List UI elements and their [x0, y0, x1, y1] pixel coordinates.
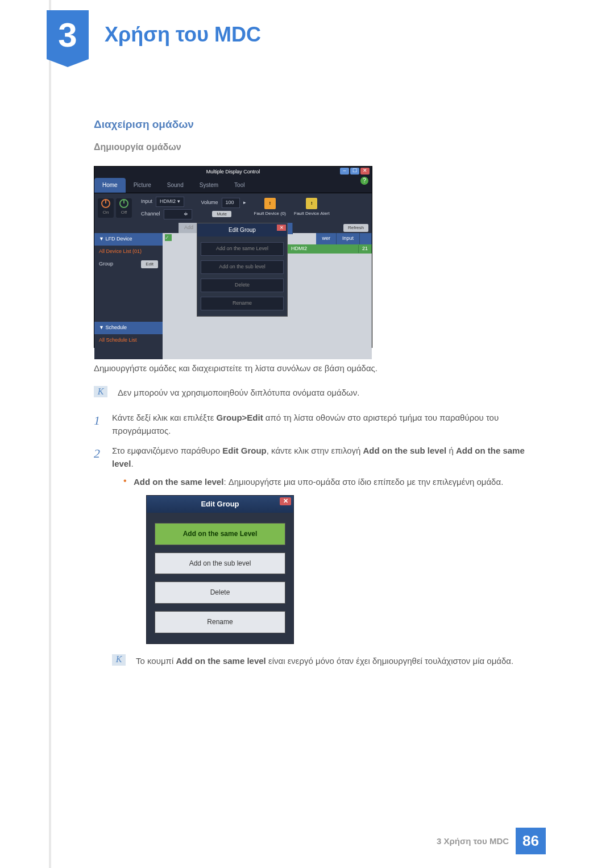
- minimize-button[interactable]: –: [340, 168, 349, 175]
- power-on-button[interactable]: On: [98, 198, 114, 218]
- group-label: Group: [99, 260, 113, 268]
- volume-value[interactable]: 100: [222, 198, 240, 208]
- step2-text-g: .: [131, 459, 133, 468]
- edit-group-dialog: Edit Group ✕ Add on the same Level Add o…: [146, 495, 294, 644]
- fault-icon: !: [264, 198, 276, 209]
- page-number: 86: [516, 828, 546, 854]
- subsection-heading: Δημιουργία ομάδων: [94, 140, 546, 155]
- tab-sound[interactable]: Sound: [159, 178, 192, 193]
- mdc-window: Multiple Display Control – ☐ ✕ ? Home Pi…: [94, 166, 372, 348]
- volume-slider-icon[interactable]: ▸: [243, 199, 246, 207]
- add-sub-bold: Add on the sub level: [363, 446, 447, 455]
- group-edit-bold: Group>Edit: [217, 413, 263, 422]
- power-off-button[interactable]: Off: [116, 198, 132, 218]
- footer-text: 3 Χρήση του MDC: [437, 836, 516, 846]
- note2-c: είναι ενεργό μόνο όταν έχει δημιουργηθεί…: [266, 656, 513, 666]
- chapter-title: Χρήση του MDC: [105, 23, 261, 47]
- step2-text-a: Στο εμφανιζόμενο παράθυρο: [112, 446, 222, 455]
- add-button[interactable]: Add: [179, 223, 199, 233]
- step1-text-a: Κάντε δεξί κλικ και επιλέξτε: [112, 413, 217, 422]
- add-sub-level-button[interactable]: Add on the sub level: [201, 260, 284, 274]
- tab-tool[interactable]: Tool: [226, 178, 252, 193]
- delete-button[interactable]: Delete: [201, 279, 284, 292]
- cell-input: HDMI2: [288, 245, 359, 253]
- toolbar: On Off InputHDMI2▾ Channel≑ Volume100▸ M…: [94, 193, 372, 223]
- step-1: 1 Κάντε δεξί κλικ και επιλέξτε Group>Edi…: [94, 411, 546, 438]
- step-number: 1: [94, 411, 112, 438]
- popup-close-button[interactable]: ✕: [277, 225, 286, 231]
- add-same-level-button[interactable]: Add on the same Level: [155, 523, 285, 545]
- bullet-icon: •: [123, 475, 134, 488]
- sidebar: ▼ LFD Device All Device List (01) GroupE…: [94, 233, 163, 359]
- column-headers: werInput: [316, 233, 372, 244]
- power-icon: [119, 199, 128, 208]
- chapter-number-badge: 3: [47, 10, 89, 59]
- note-icon: K: [94, 386, 107, 397]
- fault-device[interactable]: !Fault Device (0): [254, 198, 286, 217]
- all-device-list[interactable]: All Device List (01): [94, 246, 163, 258]
- input-select[interactable]: HDMI2▾: [156, 197, 184, 207]
- cell-value: 21: [359, 245, 372, 253]
- main-area: ✓ Add te werInput ● HDMI2 21 Edit Group …: [163, 233, 372, 359]
- paragraph: Δημιουργήστε ομάδες και διαχειριστείτε τ…: [94, 362, 546, 375]
- tab-home[interactable]: Home: [94, 178, 126, 193]
- volume-label: Volume: [201, 199, 218, 207]
- step-number: 2: [94, 444, 112, 679]
- add-same-level-button[interactable]: Add on the same Level: [201, 242, 284, 256]
- table-row[interactable]: ● HDMI2 21: [280, 244, 372, 254]
- col-power: wer: [316, 233, 337, 244]
- tab-system[interactable]: System: [192, 178, 226, 193]
- step2-text-c: , κάντε κλικ στην επιλογή: [267, 446, 363, 455]
- power-off-label: Off: [121, 209, 127, 216]
- popup-title-text: Edit Group: [229, 227, 256, 233]
- mute-button[interactable]: Mute: [212, 211, 231, 217]
- step2-text-e: ή: [446, 446, 456, 455]
- section-heading: Διαχείριση ομάδων: [94, 116, 546, 132]
- tab-bar: Home Picture Sound System Tool: [94, 178, 372, 193]
- bullet-bold: Add on the same level: [134, 477, 223, 487]
- window-title: Multiple Display Control – ☐ ✕: [94, 167, 372, 178]
- edit-button[interactable]: Edit: [141, 260, 158, 268]
- power-on-label: On: [103, 209, 109, 216]
- fault-label: Fault Device (0): [254, 210, 286, 217]
- note-text: Δεν μπορούν να χρησιμοποιηθούν διπλότυπα…: [118, 386, 359, 399]
- close-button[interactable]: ✕: [360, 168, 370, 175]
- window-controls: – ☐ ✕: [340, 168, 370, 175]
- refresh-button[interactable]: Refresh: [343, 224, 368, 232]
- step-2: 2 Στο εμφανιζόμενο παράθυρο Edit Group, …: [94, 444, 546, 679]
- delete-button[interactable]: Delete: [155, 582, 285, 604]
- bullet-text: : Δημιουργήστε μια υπο-ομάδα στο ίδιο επ…: [223, 477, 503, 487]
- tab-picture[interactable]: Picture: [126, 178, 159, 193]
- note2-bold: Add on the same level: [176, 656, 265, 666]
- chapter-header: 3 Χρήση του MDC: [0, 0, 614, 59]
- fault-alert-icon: !: [306, 198, 317, 209]
- fault-alert[interactable]: !Fault Device Alert: [294, 198, 330, 217]
- dialog-close-button[interactable]: ✕: [280, 497, 291, 505]
- channel-select[interactable]: ≑: [164, 209, 192, 219]
- edit-group-popup: Edit Group ✕ Add on the same Level Add o…: [197, 223, 288, 317]
- channel-label: Channel: [141, 210, 160, 218]
- dialog-title: Edit Group ✕: [147, 496, 293, 513]
- power-icon: [101, 199, 110, 208]
- note2-a: Το κουμπί: [136, 656, 176, 666]
- maximize-button[interactable]: ☐: [350, 168, 359, 175]
- note-icon: K: [112, 654, 126, 666]
- page-side-rule: [49, 0, 51, 868]
- rename-button[interactable]: Rename: [201, 297, 284, 310]
- schedule-header[interactable]: ▼ Schedule: [94, 322, 163, 334]
- add-sub-level-button[interactable]: Add on the sub level: [155, 553, 285, 575]
- window-title-text: Multiple Display Control: [206, 169, 260, 175]
- input-label: Input: [141, 198, 152, 206]
- edit-group-bold: Edit Group: [222, 446, 267, 455]
- checkbox-icon[interactable]: ✓: [165, 234, 172, 241]
- lfd-header[interactable]: ▼ LFD Device: [94, 233, 163, 246]
- rename-button[interactable]: Rename: [155, 611, 285, 633]
- page-footer: 3 Χρήση του MDC 86: [437, 828, 546, 854]
- col-input: Input: [337, 233, 360, 244]
- all-schedule-list[interactable]: All Schedule List: [94, 334, 163, 347]
- dialog-title-text: Edit Group: [201, 500, 239, 508]
- fault-alert-label: Fault Device Alert: [294, 210, 330, 217]
- popup-title: Edit Group ✕: [197, 223, 287, 237]
